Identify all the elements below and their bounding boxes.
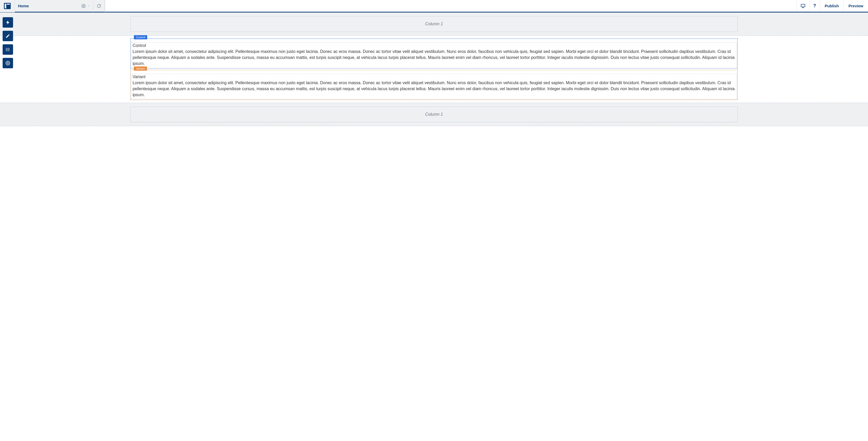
column-placeholder-label: Column 1 — [425, 22, 443, 26]
list-icon — [5, 47, 10, 52]
help-icon: ? — [813, 3, 816, 9]
preview-label: Preview — [848, 4, 863, 8]
lightning-icon — [5, 20, 10, 25]
gear-icon — [5, 61, 10, 65]
svg-point-0 — [83, 5, 84, 6]
refresh-button[interactable] — [93, 0, 105, 12]
variant-content[interactable]: Variant Lorem ipsum dolor sit amet, cons… — [131, 74, 737, 99]
logo-button[interactable] — [0, 0, 14, 12]
site-name-selector[interactable]: Home — [14, 0, 93, 12]
variant-title: Variant — [132, 74, 736, 79]
experiment-control-block[interactable]: Control Control Lorem ipsum dolor sit am… — [130, 39, 738, 69]
topbar-right: ? Publish Preview — [797, 0, 868, 12]
device-preview-button[interactable] — [797, 0, 809, 12]
column-placeholder-label: Column 1 — [425, 112, 443, 117]
gear-icon[interactable] — [82, 4, 86, 8]
publish-label: Publish — [825, 4, 839, 8]
topbar: Home — [0, 0, 868, 12]
sidebar-widgets-button[interactable] — [3, 17, 13, 28]
variant-tag: Variant — [134, 66, 147, 71]
publish-button[interactable]: Publish — [820, 0, 843, 12]
experiment-variant-block[interactable]: Variant Variant Lorem ipsum dolor sit am… — [130, 70, 738, 100]
sidebar-list-button[interactable] — [3, 44, 13, 55]
topbar-spacer — [105, 0, 797, 12]
content-region[interactable]: Control Control Lorem ipsum dolor sit am… — [130, 38, 738, 100]
page-canvas: Column 1 Control Control Lorem ipsum dol… — [0, 12, 868, 126]
pencil-icon — [5, 34, 10, 38]
top-drop-region[interactable]: Column 1 — [0, 12, 868, 36]
bottom-drop-region[interactable]: Column 1 — [0, 103, 868, 126]
svg-point-7 — [6, 48, 6, 49]
floating-sidebar — [3, 17, 13, 68]
control-title: Control — [132, 43, 736, 48]
preview-button[interactable]: Preview — [843, 0, 868, 12]
topbar-left: Home — [0, 0, 105, 12]
control-tag: Control — [134, 35, 147, 39]
column-placeholder-top[interactable]: Column 1 — [130, 16, 738, 32]
refresh-icon — [97, 4, 101, 8]
column-placeholder-bottom[interactable]: Column 1 — [130, 107, 738, 122]
sidebar-edit-button[interactable] — [3, 31, 13, 41]
help-button[interactable]: ? — [809, 0, 820, 12]
svg-point-9 — [6, 50, 6, 51]
desktop-icon — [800, 3, 806, 9]
sidebar-settings-button[interactable] — [3, 58, 13, 68]
site-name-label: Home — [18, 4, 29, 8]
caret-down-icon[interactable] — [87, 5, 90, 7]
control-body: Lorem ipsum dolor sit amet, consectetur … — [132, 48, 736, 67]
svg-point-8 — [6, 49, 6, 50]
control-content[interactable]: Control Lorem ipsum dolor sit amet, cons… — [131, 42, 737, 68]
variant-body: Lorem ipsum dolor sit amet, consectetur … — [132, 80, 736, 98]
site-name-controls — [82, 4, 90, 8]
layout-logo-icon — [4, 3, 11, 9]
svg-point-10 — [7, 63, 9, 64]
svg-rect-1 — [801, 4, 805, 7]
